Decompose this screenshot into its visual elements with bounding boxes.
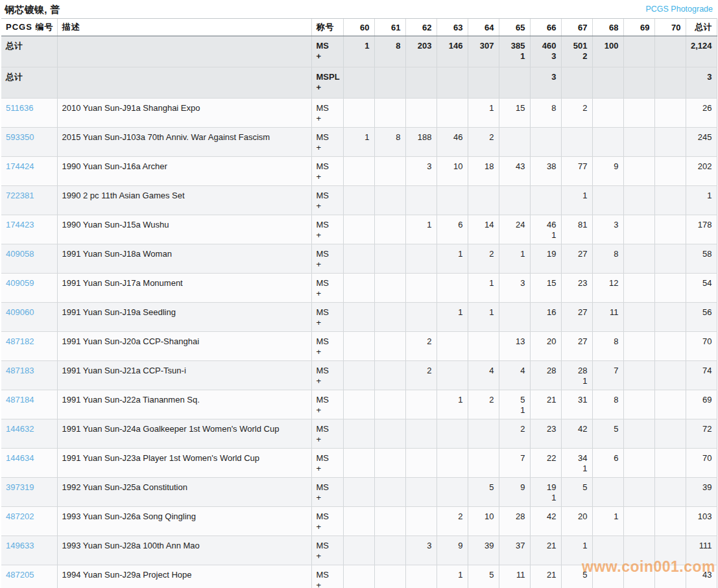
grade-60-count: 1 xyxy=(343,36,374,67)
designation-cell: MS+ xyxy=(311,390,343,419)
grade-64-count: 5 xyxy=(468,565,499,588)
grade-64-count: 307 xyxy=(468,36,499,67)
table-row: 7223811990 2 pc 11th Asian Games SetMS+1… xyxy=(1,186,717,215)
grade-65-count xyxy=(499,128,530,157)
photograde-link[interactable]: PCGS Photograde xyxy=(645,5,713,14)
pcgs-id-link[interactable]: 174424 xyxy=(6,161,34,171)
table-row: 4090591991 Yuan Sun-J17a MonumentMS+1315… xyxy=(1,274,717,303)
designation-line: + xyxy=(317,464,339,474)
coin-description: 1991 Yuan Sun-J20a CCP-Shanghai xyxy=(57,332,311,361)
grade-60-count xyxy=(343,361,374,390)
col-header-grade-61: 61 xyxy=(374,19,405,36)
pcgs-id-link[interactable]: 487202 xyxy=(6,512,34,521)
grade-61-count xyxy=(374,565,405,588)
grade-61-count xyxy=(374,99,405,128)
pcgs-id-cell: 397319 xyxy=(1,478,57,507)
grade-67-plus-count: 1 xyxy=(566,376,588,386)
pcgs-id-cell: 487182 xyxy=(1,332,57,361)
grade-60-count xyxy=(343,157,374,186)
grade-66-count: 21 xyxy=(530,390,561,419)
grade-61-count: 8 xyxy=(374,36,405,67)
coin-description: 1992 Yuan Sun-J25a Constitution xyxy=(57,478,311,507)
table-row: 4871821991 Yuan Sun-J20a CCP-ShanghaiMS+… xyxy=(1,332,717,361)
grade-63-count xyxy=(437,99,468,128)
designation-cell: MS+ xyxy=(311,565,343,588)
grade-63-count: 146 xyxy=(437,36,468,67)
grade-61-count xyxy=(374,303,405,332)
grade-69-count xyxy=(623,332,654,361)
grade-67-count: 81 xyxy=(561,215,592,244)
grade-66-count: 20 xyxy=(530,332,561,361)
designation-line: MS xyxy=(317,541,339,551)
grade-68-count xyxy=(592,186,623,215)
grade-70-count xyxy=(654,157,686,186)
grade-61-count xyxy=(374,507,405,536)
pcgs-id-link[interactable]: 149633 xyxy=(6,541,34,550)
grade-64-count: 39 xyxy=(468,536,499,565)
col-header-grade-70: 70 xyxy=(654,19,686,36)
grade-65-count: 43 xyxy=(499,157,530,186)
col-header-grade-67: 67 xyxy=(561,19,592,36)
pcgs-id-link[interactable]: 487184 xyxy=(6,395,34,405)
grade-61-count xyxy=(374,478,405,507)
grade-63-count: 1 xyxy=(437,565,468,588)
pcgs-id-link[interactable]: 174423 xyxy=(6,220,34,229)
designation-line: + xyxy=(317,143,339,153)
grade-68-count: 6 xyxy=(592,449,623,478)
row-total-count: 54 xyxy=(686,274,717,303)
row-total-count: 58 xyxy=(686,244,717,274)
designation-cell: MS+ xyxy=(311,478,343,507)
row-total-label: 总计 xyxy=(1,67,57,99)
coin-description: 1990 2 pc 11th Asian Games Set xyxy=(57,186,311,215)
pcgs-id-cell: 487183 xyxy=(1,361,57,390)
grade-62-count: 2 xyxy=(405,361,437,390)
designation-line: MSPL xyxy=(317,72,339,82)
grade-60-count xyxy=(343,449,374,478)
pcgs-id-cell: 149633 xyxy=(1,536,57,565)
grade-65-count: 37 xyxy=(499,536,530,565)
grade-66-count: 461 xyxy=(530,215,561,244)
grade-65-count: 7 xyxy=(499,449,530,478)
designation-line: + xyxy=(317,113,339,124)
pcgs-id-link[interactable]: 511636 xyxy=(6,103,33,113)
grade-70-count xyxy=(654,244,686,274)
designation-line: MS xyxy=(317,453,339,464)
designation-line: + xyxy=(317,201,339,211)
designation-line: + xyxy=(317,318,339,328)
grade-61-count xyxy=(374,157,405,186)
grade-63-count xyxy=(437,186,468,215)
row-total-count: 26 xyxy=(686,99,717,128)
grade-66-count: 21 xyxy=(530,536,561,565)
pcgs-id-link[interactable]: 487205 xyxy=(6,570,34,580)
grade-69-count xyxy=(623,390,654,419)
pcgs-id-link[interactable]: 487183 xyxy=(6,366,34,375)
pcgs-id-link[interactable]: 593350 xyxy=(6,132,34,142)
grade-69-count xyxy=(623,303,654,332)
coin-description: 1991 Yuan Sun-J18a Woman xyxy=(57,244,311,274)
pcgs-id-link[interactable]: 409058 xyxy=(6,249,34,259)
pcgs-id-link[interactable]: 409059 xyxy=(6,278,34,288)
designation-line: + xyxy=(317,522,339,532)
designation-line: MS xyxy=(317,161,339,172)
grade-68-count: 100 xyxy=(592,36,623,67)
grade-69-count xyxy=(623,128,654,157)
grade-64-count xyxy=(468,332,499,361)
grade-69-count xyxy=(623,244,654,274)
pcgs-id-link[interactable]: 397319 xyxy=(6,482,34,492)
pcgs-id-cell: 144632 xyxy=(1,419,57,449)
grade-60-count xyxy=(343,536,374,565)
pcgs-id-link[interactable]: 144632 xyxy=(6,424,34,434)
grade-68-count xyxy=(592,99,623,128)
pcgs-id-link[interactable]: 722381 xyxy=(6,191,34,200)
pcgs-id-link[interactable]: 487182 xyxy=(6,336,34,346)
row-total-count: 43 xyxy=(686,565,717,588)
coin-description: 1990 Yuan Sun-J15a Wushu xyxy=(57,215,311,244)
grade-60-count xyxy=(343,67,374,99)
grade-67-count: 31 xyxy=(561,390,592,419)
pcgs-id-link[interactable]: 144634 xyxy=(6,453,34,463)
grade-64-count xyxy=(468,419,499,449)
designation-line: MS xyxy=(317,278,339,288)
grade-69-count xyxy=(623,419,654,449)
pcgs-id-link[interactable]: 409060 xyxy=(6,307,34,317)
grade-61-count: 8 xyxy=(374,128,405,157)
